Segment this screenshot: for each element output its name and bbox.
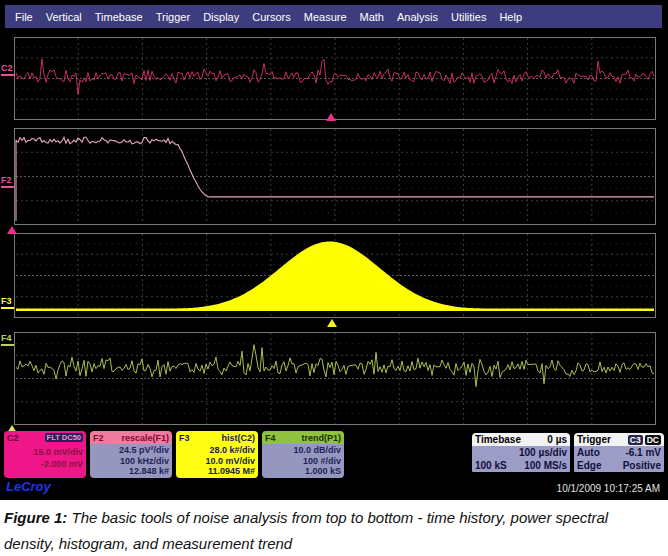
trace-label-f4[interactable]: F4 (1, 334, 14, 346)
histogram-center-marker-icon[interactable] (327, 319, 337, 327)
datetime-display: 10/1/2009 10:17:25 AM (557, 483, 660, 494)
timebase-sample-rate: 100 MS/s (524, 459, 567, 472)
f2-freq-per-div: 100 kHz/div (93, 456, 169, 467)
trigger-type: Edge (577, 459, 601, 472)
menu-item-timebase[interactable]: Timebase (95, 11, 143, 23)
f2-function-label: rescale(F1) (121, 433, 169, 443)
grid-c2-time-history[interactable] (14, 37, 656, 120)
menu-item-utilities[interactable]: Utilities (451, 11, 486, 23)
menu-item-math[interactable]: Math (360, 11, 384, 23)
descriptor-box-f2[interactable]: F2 rescale(F1) 24.5 pV²/div 100 kHz/div … (90, 431, 172, 478)
trigger-coupling-badge: DC (645, 435, 661, 445)
f3-function-label: hist(C2) (222, 433, 256, 443)
timebase-delay: 0 µs (547, 434, 567, 445)
trigger-box[interactable]: Trigger C3 DC Auto -6.1 mV Edge Positive (574, 433, 664, 474)
c2-channel-id: C2 (7, 433, 19, 443)
screenshot-page: File Vertical Timebase Trigger Display C… (0, 0, 668, 556)
f4-db-per-div: 10.0 dB/div (265, 445, 341, 456)
menu-item-vertical[interactable]: Vertical (46, 11, 82, 23)
figure-caption: Figure 1: The basic tools of noise analy… (0, 500, 668, 556)
trigger-time-marker-icon[interactable] (326, 113, 336, 121)
menu-item-help[interactable]: Help (499, 11, 522, 23)
lecroy-logo: LeCroy (6, 479, 51, 494)
trace-label-f3[interactable]: F3 (1, 297, 14, 309)
menu-item-trigger[interactable]: Trigger (156, 11, 190, 23)
f3-volts-per-div: 10.0 mV/div (179, 456, 255, 467)
timebase-title: Timebase (475, 434, 521, 445)
grid-f4-measurement-trend[interactable] (14, 332, 656, 425)
figure-caption-text: The basic tools of noise analysis from t… (4, 509, 608, 552)
f3-trace-id: F3 (179, 433, 190, 443)
descriptor-row: C2 FLT DC50 15.0 mV/div -2.000 mV F2 res… (4, 431, 664, 478)
menu-item-measure[interactable]: Measure (304, 11, 347, 23)
c2-volts-per-div: 15.0 mV/div (7, 447, 83, 459)
grid-f2-power-spectral-density[interactable] (14, 128, 656, 225)
f3-population: 11.0945 M# (179, 466, 255, 477)
figure-caption-label: Figure 1: (4, 509, 67, 526)
trigger-source-badge: C3 (628, 435, 643, 445)
descriptor-box-f3[interactable]: F3 hist(C2) 28.0 k#/div 10.0 mV/div 11.0… (176, 431, 258, 478)
trace-label-f2[interactable]: F2 (1, 176, 14, 188)
trigger-mode: Auto (577, 446, 600, 459)
c2-coupling-badge: FLT DC50 (45, 433, 83, 442)
c2-offset: -2.000 mV (7, 459, 83, 471)
timebase-box[interactable]: Timebase 0 µs 100 µs/div 100 kS 100 MS/s (472, 433, 570, 474)
grid-f3-histogram[interactable] (14, 233, 656, 318)
f2-level-marker-icon[interactable] (7, 226, 17, 234)
descriptor-box-c2[interactable]: C2 FLT DC50 15.0 mV/div -2.000 mV (4, 431, 86, 478)
trigger-slope: Positive (623, 459, 661, 472)
oscilloscope-screen: File Vertical Timebase Trigger Display C… (0, 0, 668, 500)
trace-label-c2[interactable]: C2 (1, 64, 15, 76)
menu-bar: File Vertical Timebase Trigger Display C… (5, 5, 662, 28)
trigger-level: -6.1 mV (625, 446, 661, 459)
f2-trace-id: F2 (93, 433, 104, 443)
trigger-title: Trigger (577, 434, 611, 445)
menu-item-display[interactable]: Display (203, 11, 239, 23)
menu-item-file[interactable]: File (15, 11, 33, 23)
menu-item-cursors[interactable]: Cursors (252, 11, 291, 23)
f2-points: 12.848 k# (93, 466, 169, 477)
timebase-time-per-div: 100 µs/div (519, 446, 567, 459)
f2-units-per-div: 24.5 pV²/div (93, 445, 169, 456)
f4-samples: 1.000 kS (265, 466, 341, 477)
f4-counts-per-div: 100 #/div (265, 456, 341, 467)
f4-trace-id: F4 (265, 433, 276, 443)
f4-function-label: trend(P1) (301, 433, 341, 443)
f3-counts-per-div: 28.0 k#/div (179, 445, 255, 456)
menu-item-analysis[interactable]: Analysis (397, 11, 438, 23)
descriptor-box-f4[interactable]: F4 trend(P1) 10.0 dB/div 100 #/div 1.000… (262, 431, 344, 478)
timebase-record-length: 100 kS (475, 459, 507, 472)
